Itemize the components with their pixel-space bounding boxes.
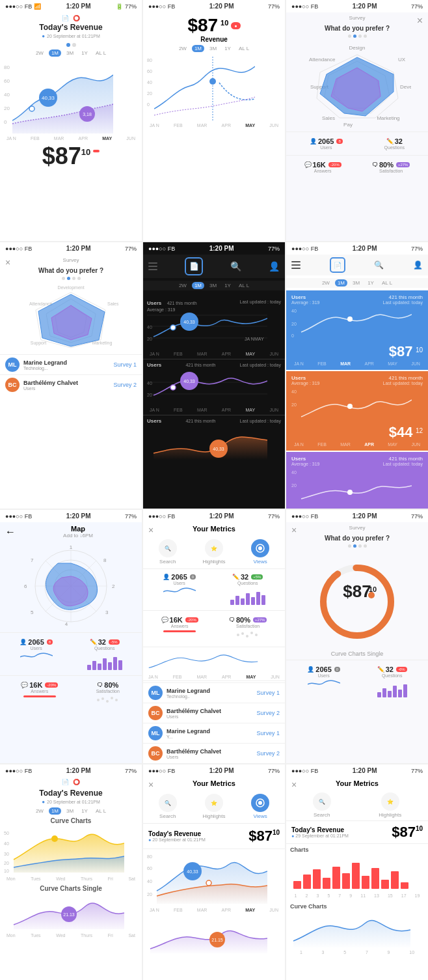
tab-1m-6[interactable]: 1M [335, 279, 347, 287]
tab-al-5[interactable]: AL L [236, 282, 252, 289]
curve-chart-12: Curve Charts 1357910 [286, 901, 428, 957]
main-grid: ●●●○○ FB 📶 1:20 PM 🔋 77% 📄 ⭕ Today's Rev… [0, 0, 428, 980]
user-item-marine-4: ML Marine Legrand Technolog... Survey 1 [0, 354, 142, 374]
svg-text:20: 20 [291, 322, 297, 326]
metrics-nav-8: 🔍 Search ⭐ Highlights Views [143, 535, 285, 569]
blue-chart-svg-6: 40 20 0 [291, 305, 412, 341]
dots-satisfaction-7 [95, 693, 121, 707]
metric-highlights-8[interactable]: ⭐ Highlights [202, 539, 225, 565]
chart-labels-1: JA NFEBMARAPRMAYJUN [4, 136, 138, 141]
svg-text:40,33: 40,33 [183, 320, 195, 324]
svg-text:40: 40 [147, 325, 152, 329]
orange-updated-6: Last updated: today [383, 381, 423, 385]
chart-updated-2-5: Last updated : today [240, 363, 281, 367]
stat-badge-a-3: -20% [328, 162, 341, 167]
svg-text:MAY: MAY [254, 337, 264, 341]
map-nav-7: ← Map Add to ↓6PM [0, 522, 142, 541]
svg-text:0: 0 [291, 333, 294, 338]
chart-svg-2 [154, 57, 255, 122]
hamburger-5[interactable] [148, 262, 157, 270]
tab-1y-6[interactable]: 1Y [365, 279, 377, 287]
tab-1y-2[interactable]: 1Y [222, 45, 234, 52]
survey-title-4: What do you prefer ? [0, 267, 142, 274]
svg-point-55 [347, 404, 353, 409]
svg-text:80: 80 [147, 854, 152, 859]
tab-al-1[interactable]: AL L [93, 49, 109, 57]
tab-2w-1[interactable]: 2W [33, 49, 46, 57]
battery-2: 77% [268, 3, 280, 10]
close-btn-11[interactable]: × [148, 779, 154, 790]
metric-views-8[interactable]: Views [251, 539, 269, 565]
svg-text:10: 10 [369, 585, 377, 593]
blue-count-6: 421 this month [383, 294, 423, 300]
rev-title-12: Today's Revenue [291, 826, 349, 833]
stat-value-s-3: 80% [379, 161, 394, 169]
search-icon-6[interactable]: 🔍 [374, 260, 384, 270]
metric-search-12[interactable]: 🔍 Search [313, 792, 331, 818]
close-btn-8[interactable]: × [148, 525, 154, 535]
stat-questions-3: ✏️ 32 Questions [384, 137, 405, 150]
metric-search-8[interactable]: 🔍 Search [159, 539, 177, 565]
tab-al-6[interactable]: AL L [379, 279, 395, 287]
svg-rect-112 [313, 869, 321, 889]
close-btn-4[interactable]: × [5, 257, 10, 268]
metric-search-11[interactable]: 🔍 Search [159, 794, 177, 819]
tab-1m-5[interactable]: 1M [192, 282, 204, 289]
chart-labels-10: MonTuesWedThursFriSat [4, 876, 138, 881]
tab-1m-1[interactable]: 1M [49, 49, 61, 57]
rev-date-12: ●29 September at 01:21PM [291, 833, 349, 838]
metric-highlights-12[interactable]: ⭐ Highlights [379, 792, 401, 818]
tab-2w-5[interactable]: 2W [176, 282, 189, 289]
decimal-2: 10 [221, 19, 228, 27]
purple-chart-6: Users Average : 319 421 this month Last … [286, 452, 428, 509]
svg-point-37 [170, 325, 176, 330]
tab-3m-1[interactable]: 3M [64, 49, 76, 57]
highlights-circle-8: ⭐ [205, 539, 223, 557]
back-arrow-7[interactable]: ← [5, 526, 16, 538]
close-btn-3[interactable]: × [417, 15, 423, 27]
red-bar-8 [163, 630, 196, 632]
time-2: 1:20 PM [209, 3, 234, 10]
svg-text:Sales: Sales [107, 301, 118, 306]
dot-active-1 [66, 43, 70, 47]
tab-3m-5[interactable]: 3M [207, 282, 219, 289]
cell-curve-10: ●●●○○ FB 1:20 PM 77% 📄 ⭕ Today's Revenue… [0, 764, 142, 980]
chart-label-3-5: Users [147, 418, 161, 424]
survey-dots-3 [286, 35, 428, 38]
cell-metrics-8: ●●●○○ FB 1:20 PM 77% × Your Metrics 🔍 Se… [143, 510, 285, 763]
tab-3m-2[interactable]: 3M [207, 45, 219, 52]
bar-labels-12: 1235791113151719 [290, 893, 424, 898]
user-marine-1-8: ML Marine Legrand Technolog.. Survey 1 [143, 682, 285, 703]
tab-2w-6[interactable]: 2W [319, 279, 332, 287]
tab-2w-2[interactable]: 2W [176, 45, 189, 52]
chart-svg-1: 40,33 3,18 [12, 62, 113, 133]
close-btn-9[interactable]: × [291, 525, 297, 535]
svg-point-82 [241, 632, 244, 635]
survey-label-barth-4: Survey 2 [113, 382, 137, 388]
user-icon-5[interactable]: 👤 [269, 261, 280, 272]
close-btn-12[interactable]: × [291, 779, 297, 790]
mini-bars-8 [230, 585, 265, 605]
metric-views-11[interactable]: Views [251, 794, 269, 819]
time-1: 1:20 PM [66, 3, 91, 10]
tab-3m-6[interactable]: 3M [350, 279, 362, 287]
user-icon-6[interactable]: 👤 [413, 260, 423, 270]
tab-1y-5[interactable]: 1Y [222, 282, 234, 289]
wave-chart-11: 80 60 40 20 40,33 JA NFEBMARAPRMAYJUN [143, 849, 285, 915]
search-icon-5[interactable]: 🔍 [230, 261, 241, 272]
time-tabs-1: 2W 1M 3M 1Y AL L [3, 49, 139, 57]
chart-updated-1-5: Last updated : today [240, 300, 281, 304]
tab-al-2[interactable]: AL L [236, 45, 252, 52]
chart-labels-11: JA NFEBMARAPRMAYJUN [147, 908, 281, 912]
hamburger-6[interactable] [291, 261, 301, 269]
metric-highlights-11[interactable]: ⭐ Highlights [202, 794, 225, 819]
rev-amount-11: $87 [248, 828, 273, 845]
tab-1y-1[interactable]: 1Y [79, 49, 90, 57]
tab-1m-2[interactable]: 1M [192, 45, 204, 52]
status-bar-3: ●●●○○ FB 1:20 PM 77% [286, 0, 428, 12]
metrics-nav-11: 🔍 Search ⭐ Highlights Views [143, 790, 285, 824]
svg-text:8: 8 [103, 557, 107, 563]
bar-chart-12: Charts 1235791113151719 [286, 844, 428, 901]
stat-value-a-3: 16K [313, 161, 326, 169]
curve-chart2-10: 21.13 [4, 893, 124, 929]
